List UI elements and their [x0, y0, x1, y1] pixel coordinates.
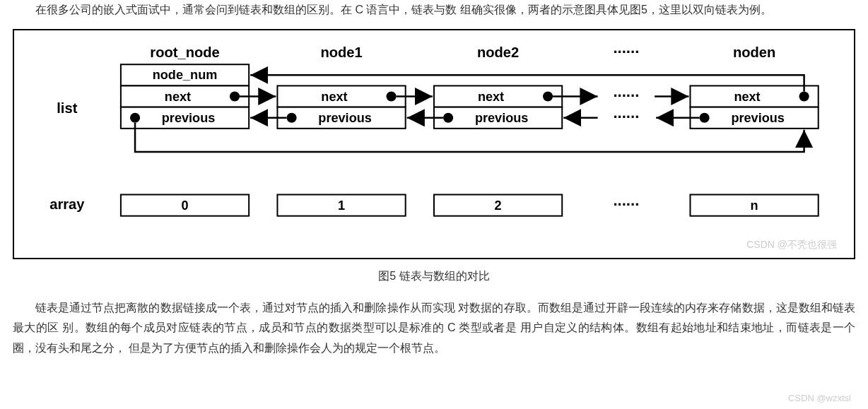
node2-previous-text: previous	[475, 111, 528, 125]
figure-container: root_node node1 node2 ······ noden list …	[13, 29, 855, 259]
node2-next-dot	[543, 91, 553, 101]
linked-list-array-diagram: root_node node1 node2 ······ noden list …	[28, 42, 840, 241]
figure-caption-text: 图5 链表与数组的对比	[378, 270, 489, 282]
intro-text: 在很多公司的嵌入式面试中，通常会问到链表和数组的区别。在 C 语言中，链表与数 …	[35, 4, 772, 16]
root-node-num-text: node_num	[153, 68, 218, 82]
node2-next-text: next	[478, 89, 504, 103]
list-label: list	[57, 100, 77, 115]
noden-prev-dot	[700, 112, 710, 122]
noden-title: noden	[733, 45, 775, 60]
array-cell-n-text: n	[751, 198, 758, 212]
root-next-dot	[230, 91, 240, 101]
detail-paragraph: 链表是通过节点把离散的数据链接成一个表，通过对节点的插入和删除操作从而实现 对数…	[0, 298, 868, 359]
node1-next-dot	[387, 91, 397, 101]
diagram-svg-wrap: root_node node1 node2 ······ noden list …	[28, 42, 840, 241]
ellipsis-top: ······	[613, 43, 639, 61]
noden-previous-text: previous	[731, 111, 784, 125]
noden-next-dot	[799, 91, 809, 101]
array-cell-1-text: 1	[338, 198, 345, 212]
ellipsis-prev: ······	[613, 108, 639, 126]
root-previous-text: previous	[162, 111, 215, 125]
root-next-text: next	[165, 89, 191, 103]
noden-next-text: next	[734, 89, 760, 103]
ellipsis-array: ······	[613, 195, 639, 213]
node2-prev-dot	[443, 112, 453, 122]
root-node-title: root_node	[150, 45, 219, 60]
node1-prev-dot	[287, 112, 297, 122]
node1-next-text: next	[321, 89, 347, 103]
array-cell-0-text: 0	[181, 198, 188, 212]
intro-paragraph: 在很多公司的嵌入式面试中，通常会问到链表和数组的区别。在 C 语言中，链表与数 …	[0, 0, 868, 20]
node1-previous-text: previous	[318, 111, 371, 125]
root-prev-dot	[130, 112, 140, 122]
array-label: array	[49, 196, 85, 211]
ellipsis-next: ······	[613, 86, 639, 104]
node2-title: node2	[477, 45, 519, 60]
detail-text: 链表是通过节点把离散的数据链接成一个表，通过对节点的插入和删除操作从而实现 对数…	[13, 302, 855, 355]
figure-caption: 图5 链表与数组的对比	[0, 266, 868, 287]
node1-title: node1	[320, 45, 362, 60]
array-cell-2-text: 2	[495, 198, 502, 212]
